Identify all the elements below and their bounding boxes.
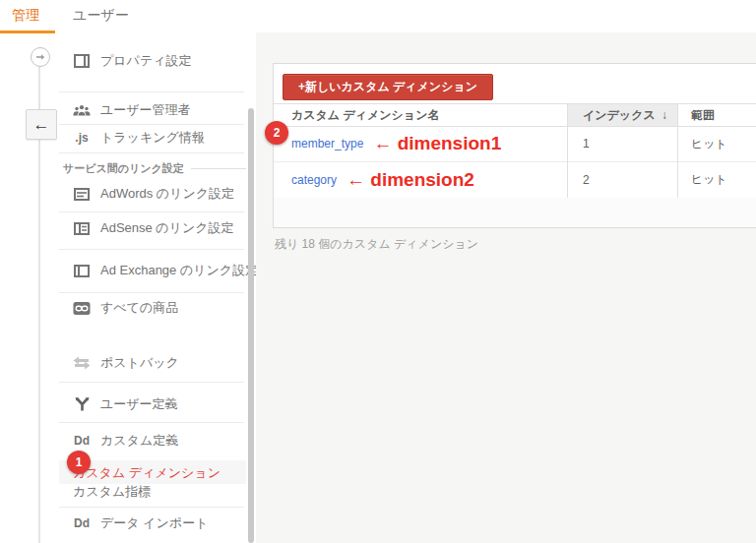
table-row: member_type ← dimension1 1 ヒット	[274, 126, 756, 162]
dd-icon: Dd	[71, 514, 93, 532]
section-header-product-linking: サービス間のリンク設定	[63, 161, 246, 175]
remaining-dimensions-note: 残り 18 個のカスタム ディメンション	[275, 236, 478, 253]
adwords-linking-icon	[71, 185, 93, 203]
dimension-name-cell: member_type ← dimension1	[274, 126, 567, 161]
dimension-scope-cell: ヒット	[677, 161, 756, 198]
all-products-link-icon	[71, 299, 93, 317]
sidebar-item-user-management[interactable]: ユーザー管理者	[59, 98, 246, 122]
expand-column-button[interactable]	[31, 47, 50, 67]
dimension-link-member-type[interactable]: member_type	[291, 137, 363, 151]
sidebar-item-label: ポストバック	[100, 354, 179, 372]
sidebar-item-user-definitions[interactable]: ユーザー定義	[59, 392, 246, 416]
sidebar-item-label: Ad Exchange のリンク設定	[100, 262, 258, 279]
step-badge-2: 2	[265, 121, 288, 145]
active-tab-underline	[0, 30, 55, 33]
sidebar-item-label: プロパティ設定	[100, 52, 192, 70]
sidebar-item-label: AdSense のリンク設定	[100, 219, 234, 237]
column-header-label: インデックス	[583, 107, 656, 124]
sort-descending-icon: ↓	[662, 108, 667, 122]
js-icon: .js	[71, 129, 93, 147]
sidebar-item-label: カスタム指標	[73, 483, 151, 501]
users-icon	[71, 101, 93, 119]
index-value: 1	[583, 137, 590, 151]
divider	[59, 292, 244, 293]
divider	[59, 249, 244, 250]
postbacks-swap-icon	[71, 354, 93, 372]
ad-exchange-linking-icon	[71, 262, 93, 279]
admin-tab-bar: 管理 ユーザー	[0, 0, 756, 32]
sidebar-item-label: カスタム定義	[100, 432, 178, 450]
sidebar-item-all-products[interactable]: すべての商品	[59, 296, 246, 320]
annotation-dimension1: ← dimension1	[373, 133, 501, 154]
sidebar-item-label: AdWords のリンク設定	[100, 185, 234, 203]
index-value: 2	[583, 173, 590, 187]
sidebar-item-label: トラッキング情報	[100, 129, 205, 147]
back-button[interactable]: ←	[26, 109, 57, 140]
sidebar-item-label: ユーザー定義	[100, 395, 178, 413]
sidebar-item-adwords-linking[interactable]: AdWords のリンク設定	[59, 182, 246, 206]
user-definitions-icon	[71, 395, 93, 413]
divider	[59, 124, 244, 125]
dimension-index-cell: 2	[567, 161, 677, 198]
annotation-dimension2: ← dimension2	[346, 169, 474, 191]
column-header-label: カスタム ディメンション名	[291, 107, 439, 124]
sidebar-item-label: ユーザー管理者	[100, 101, 191, 119]
section-header-label: サービス間のリンク設定	[63, 161, 184, 176]
dimension-name-cell: category ← dimension2	[274, 161, 567, 198]
scope-value: ヒット	[691, 136, 727, 152]
table-footer-strip	[274, 198, 756, 227]
property-settings-icon	[71, 52, 93, 70]
scope-value: ヒット	[691, 171, 727, 188]
custom-dimensions-panel: +新しいカスタム ディメンション カスタム ディメンション名 インデックス ↓ …	[273, 63, 756, 228]
divider	[59, 422, 244, 423]
sidebar-item-data-import[interactable]: Dd データ インポート	[59, 512, 246, 535]
divider	[59, 382, 244, 383]
sidebar-item-custom-metrics[interactable]: カスタム指標	[73, 480, 246, 504]
sidebar-item-adsense-linking[interactable]: AdSense のリンク設定	[59, 216, 246, 240]
column-header-scope[interactable]: 範囲	[677, 104, 756, 126]
sidebar-item-label: すべての商品	[100, 299, 178, 317]
divider	[59, 91, 244, 92]
dd-icon: Dd	[71, 432, 93, 450]
divider	[59, 211, 244, 212]
sidebar-item-adx-linking[interactable]: Ad Exchange のリンク設定	[59, 259, 246, 282]
sidebar-item-label: データ インポート	[100, 514, 208, 532]
sidebar-item-tracking-info[interactable]: .js トラッキング情報	[59, 126, 246, 150]
new-custom-dimension-button[interactable]: +新しいカスタム ディメンション	[283, 74, 493, 100]
sidebar-item-postbacks[interactable]: ポストバック	[59, 351, 246, 375]
divider	[59, 152, 244, 153]
back-arrow-icon: ←	[33, 115, 50, 135]
sidebar-item-property-settings[interactable]: プロパティ設定	[59, 49, 246, 73]
tab-admin[interactable]: 管理	[12, 7, 39, 25]
column-header-index[interactable]: インデックス ↓	[567, 104, 677, 126]
column-header-name[interactable]: カスタム ディメンション名	[274, 104, 567, 126]
column-header-label: 範囲	[691, 107, 715, 124]
dimension-link-category[interactable]: category	[291, 173, 337, 187]
step-badge-1: 1	[67, 451, 91, 474]
dimension-scope-cell: ヒット	[677, 126, 756, 161]
section-header-line	[191, 168, 246, 169]
table-header-row: カスタム ディメンション名 インデックス ↓ 範囲	[274, 103, 756, 127]
sidebar-scrollbar-thumb[interactable]	[248, 108, 254, 543]
divider	[59, 507, 244, 508]
tab-user[interactable]: ユーザー	[73, 7, 129, 25]
sidebar-item-custom-definitions[interactable]: Dd カスタム定義	[59, 429, 246, 452]
table-row: category ← dimension2 2 ヒット	[274, 161, 756, 199]
adsense-linking-icon	[71, 219, 93, 237]
arrow-right-icon	[34, 51, 46, 63]
dimension-index-cell: 1	[567, 126, 677, 161]
